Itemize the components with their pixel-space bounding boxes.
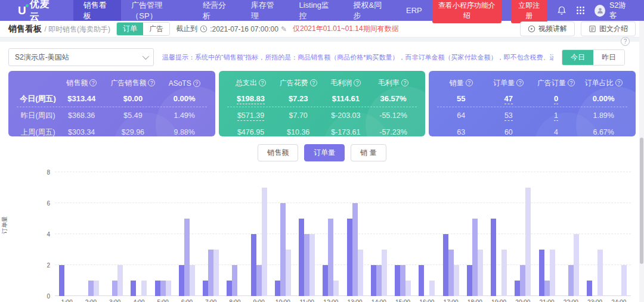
bar-昨日[interactable] [520,265,525,296]
help-circle-icon[interactable]: ? [401,79,408,86]
help-circle-icon[interactable]: ? [259,79,266,86]
bar-昨日[interactable] [184,219,190,296]
app-logo[interactable]: U 优麦云 [0,0,73,21]
bar-上周[interactable] [358,250,363,296]
image-guide-button[interactable]: 图文介绍 [581,21,636,36]
bar-今日[interactable] [251,234,256,296]
bar-上周[interactable] [333,281,339,296]
chart-tab-2[interactable]: 销 量 [351,144,386,161]
bar-今日[interactable] [323,265,328,296]
bar-上周[interactable] [621,265,627,296]
bar-今日[interactable] [515,281,520,296]
store-select[interactable]: S2演示店-美国站 [8,48,154,66]
chart-tab-0[interactable]: 销售额 [258,144,298,161]
edit-pencil-icon[interactable]: ✎ [281,25,287,33]
nav-item-5[interactable]: 授权&同步 [343,0,397,21]
bell-icon[interactable] [557,6,566,15]
bar-上周[interactable] [309,234,315,296]
card-value-link[interactable]: 4 [554,128,558,136]
bar-昨日[interactable] [448,250,454,296]
nav-item-3[interactable]: 库存管理 [241,0,289,21]
bar-今日[interactable] [179,265,184,296]
bar-上周[interactable] [213,250,219,296]
bar-上周[interactable] [525,188,531,296]
nav-item-0[interactable]: 销售看板 [73,0,122,21]
bar-昨日[interactable] [112,281,117,296]
bar-上周[interactable] [550,250,555,296]
bar-今日[interactable] [227,281,232,296]
help-circle-icon[interactable]: ? [466,79,473,86]
bar-昨日[interactable] [256,265,262,296]
help-circle-icon[interactable]: ? [568,79,575,86]
bar-上周[interactable] [429,281,435,296]
bar-昨日[interactable] [88,281,94,296]
bar-上周[interactable] [141,281,147,296]
bar-上周[interactable] [454,265,459,296]
nav-item-6[interactable]: ERP [396,0,432,21]
help-circle-icon[interactable]: ? [193,80,200,87]
card-value-link[interactable]: $571.39 [237,111,264,121]
bar-昨日[interactable] [232,265,237,296]
help-circle-icon[interactable]: ? [615,79,623,86]
card-value-link[interactable]: $476.95 [237,128,264,136]
bar-上周[interactable] [405,281,411,296]
bar-今日[interactable] [275,281,280,296]
bar-上周[interactable] [286,250,291,296]
scrollbar-thumb[interactable] [640,138,643,264]
bar-昨日[interactable] [352,203,358,296]
video-guide-button[interactable]: 视频讲解 [520,21,575,36]
bar-昨日[interactable] [208,250,213,296]
nav-item-2[interactable]: 经营分析 [193,0,241,21]
bar-昨日[interactable] [568,265,574,296]
bar-昨日[interactable] [544,281,550,296]
bar-今日[interactable] [155,281,160,296]
tab-day-1[interactable]: 昨日 [593,50,624,65]
bar-上周[interactable] [190,265,195,296]
bar-今日[interactable] [587,281,592,296]
help-circle-icon[interactable]: ? [354,79,361,86]
bar-今日[interactable] [299,219,304,296]
bar-昨日[interactable] [376,265,382,296]
bar-今日[interactable] [59,265,64,296]
bar-上周[interactable] [166,281,171,296]
bar-昨日[interactable] [328,219,333,296]
help-circle-icon[interactable]: ? [89,79,97,86]
apps-grid-icon[interactable] [576,6,585,15]
card-value-link[interactable]: 0 [554,94,558,104]
tab-order-ad-0[interactable]: 订单 [117,23,143,35]
bar-今日[interactable] [467,265,472,296]
bar-上周[interactable] [501,250,507,296]
user-menu[interactable]: S2游客 [595,1,631,21]
nav-item-4[interactable]: Listing监控 [289,0,343,21]
bar-上周[interactable] [574,234,579,296]
bar-昨日[interactable] [400,265,405,296]
register-button[interactable]: 立即注册 [511,0,547,23]
bar-今日[interactable] [419,265,424,296]
bar-上周[interactable] [94,281,99,296]
bar-上周[interactable] [382,250,387,296]
bar-今日[interactable] [371,265,376,296]
card-value-link[interactable]: 47 [504,94,513,104]
bar-上周[interactable] [597,250,603,296]
bar-上周[interactable] [262,188,267,296]
help-circle-icon[interactable]: ? [310,79,317,86]
card-value-link[interactable]: $198.83 [237,94,265,104]
bar-上周[interactable] [478,250,483,296]
bar-今日[interactable] [539,250,544,296]
page-scrollbar[interactable] [639,21,644,302]
card-value-link[interactable]: 60 [504,128,513,136]
bar-昨日[interactable] [472,219,478,296]
bar-今日[interactable] [347,219,352,296]
bar-昨日[interactable] [280,203,286,296]
bar-今日[interactable] [131,281,136,296]
help-circle-icon[interactable]: ? [148,79,155,86]
bar-上周[interactable] [117,265,123,296]
card-value-link[interactable]: 53 [504,111,513,121]
help-circle-icon[interactable]: ? [516,79,524,86]
nav-item-1[interactable]: 广告管理（SP） [121,0,193,21]
miniprogram-intro-button[interactable]: 查看小程序功能介绍 [432,0,501,23]
tab-order-ad-1[interactable]: 广告 [143,23,169,35]
help-icon[interactable]: ? [621,37,630,46]
bar-今日[interactable] [491,219,496,296]
bar-今日[interactable] [443,234,448,296]
